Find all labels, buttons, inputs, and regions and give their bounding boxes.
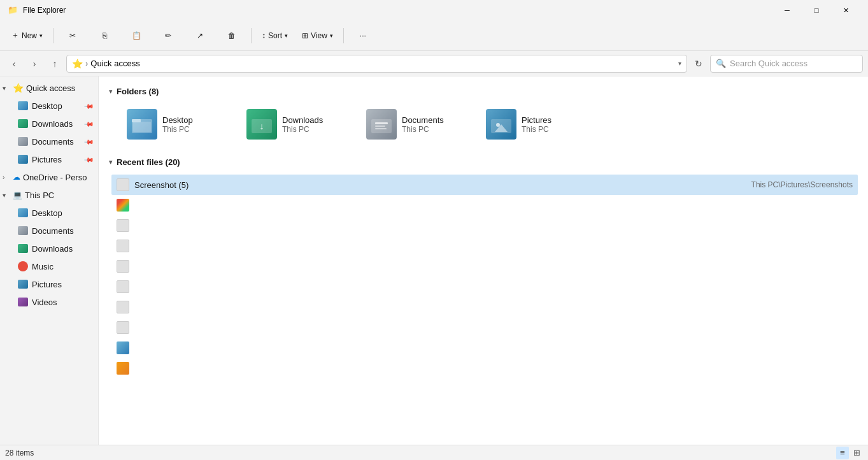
main-area: ▾ ⭐ Quick access Desktop 📌 Downloads 📌 D… bbox=[0, 76, 868, 445]
recent-item-6[interactable] bbox=[111, 297, 858, 317]
folder-desktop[interactable]: Desktop This PC bbox=[119, 104, 234, 145]
close-button[interactable]: ✕ bbox=[831, 0, 860, 20]
folder-documents-icon bbox=[366, 109, 397, 140]
thispc-music-icon bbox=[18, 261, 28, 271]
rename-icon: ✏ bbox=[165, 31, 171, 40]
recent-item-2[interactable] bbox=[111, 215, 858, 236]
recent-item-1[interactable] bbox=[111, 195, 858, 215]
sep-1 bbox=[53, 28, 53, 43]
cut-button[interactable]: ✂ bbox=[57, 23, 88, 48]
up-button[interactable]: ↑ bbox=[46, 55, 64, 73]
recent-item-8[interactable] bbox=[111, 338, 858, 358]
file-icon-7 bbox=[117, 321, 129, 334]
folders-section-header[interactable]: ▾ Folders (8) bbox=[109, 87, 858, 96]
share-button[interactable]: ↗ bbox=[185, 23, 215, 48]
search-icon: 🔍 bbox=[716, 59, 726, 68]
sep-2 bbox=[251, 28, 252, 43]
sidebar: ▾ ⭐ Quick access Desktop 📌 Downloads 📌 D… bbox=[0, 76, 99, 445]
sidebar-thispc-desktop-label: Desktop bbox=[32, 208, 62, 218]
recent-item-3[interactable] bbox=[111, 236, 858, 256]
folder-downloads-sub: This PC bbox=[282, 125, 323, 134]
folders-section-title: Folders (8) bbox=[117, 87, 159, 96]
list-view-button[interactable]: ≡ bbox=[836, 447, 849, 459]
sidebar-thispc-music[interactable]: Music bbox=[0, 257, 98, 275]
folders-expand-icon: ▾ bbox=[109, 87, 113, 96]
more-button[interactable]: ··· bbox=[348, 23, 378, 48]
sidebar-thispc-desktop[interactable]: Desktop bbox=[0, 204, 98, 222]
recent-item-4[interactable] bbox=[111, 256, 858, 277]
sidebar-thispc-documents-label: Documents bbox=[32, 226, 74, 236]
folder-desktop-sub: This PC bbox=[162, 125, 193, 134]
recent-name-0: Screenshot (5) bbox=[134, 180, 720, 190]
sidebar-thispc-pictures-label: Pictures bbox=[32, 280, 62, 289]
recent-item-7[interactable] bbox=[111, 317, 858, 338]
folders-grid: Desktop This PC ↓ Downloads This PC bbox=[109, 104, 858, 145]
folder-documents-sub: This PC bbox=[402, 125, 444, 134]
thispc-documents-icon bbox=[18, 226, 28, 235]
address-path[interactable]: ⭐ › Quick access ▾ bbox=[66, 55, 687, 73]
pin-icon-2: 📌 bbox=[84, 119, 94, 129]
folder-pictures-icon bbox=[486, 109, 516, 140]
recent-path-0: This PC\Pictures\Screenshots bbox=[725, 180, 853, 189]
minimize-button[interactable]: ─ bbox=[772, 0, 802, 20]
sort-label: Sort bbox=[268, 31, 282, 40]
sidebar-thispc-documents[interactable]: Documents bbox=[0, 222, 98, 240]
new-icon: ＋ bbox=[11, 30, 19, 41]
sidebar-thispc-videos[interactable]: Videos bbox=[0, 293, 98, 311]
sidebar-item-pictures[interactable]: Pictures 📌 bbox=[0, 150, 98, 168]
cut-icon: ✂ bbox=[69, 31, 76, 40]
copy-button[interactable]: ⎘ bbox=[89, 23, 120, 48]
thispc-pictures-icon bbox=[18, 280, 28, 289]
paste-button[interactable]: 📋 bbox=[121, 23, 152, 48]
maximize-button[interactable]: □ bbox=[802, 0, 831, 20]
thispc-icon: 💻 bbox=[13, 190, 22, 199]
sidebar-group-onedrive[interactable]: › ☁ OneDrive - Perso bbox=[0, 168, 98, 186]
sort-button[interactable]: ↕ Sort ▾ bbox=[255, 23, 294, 48]
view-button[interactable]: ⊞ View ▾ bbox=[295, 23, 339, 48]
new-dropdown-icon: ▾ bbox=[39, 32, 43, 39]
search-box[interactable]: 🔍 Search Quick access bbox=[710, 55, 863, 73]
folder-documents[interactable]: Documents This PC bbox=[359, 104, 473, 145]
grid-view-button[interactable]: ⊞ bbox=[850, 447, 863, 459]
folder-desktop-info: Desktop This PC bbox=[162, 115, 193, 134]
copy-icon: ⎘ bbox=[103, 31, 107, 40]
recent-item-0[interactable]: Screenshot (5) This PC\Pictures\Screensh… bbox=[111, 175, 858, 195]
sidebar-item-downloads[interactable]: Downloads 📌 bbox=[0, 115, 98, 133]
desktop-folder-icon bbox=[18, 101, 28, 110]
documents-folder-icon bbox=[18, 137, 28, 146]
delete-button[interactable]: 🗑 bbox=[217, 23, 247, 48]
sidebar-thispc-pictures[interactable]: Pictures bbox=[0, 275, 98, 293]
pin-icon: 📌 bbox=[84, 101, 94, 111]
refresh-button[interactable]: ↻ bbox=[690, 55, 708, 73]
recent-item-5[interactable] bbox=[111, 277, 858, 297]
folder-downloads[interactable]: ↓ Downloads This PC bbox=[239, 104, 353, 145]
view-dropdown-icon: ▾ bbox=[330, 32, 333, 39]
back-button[interactable]: ‹ bbox=[5, 55, 23, 73]
folder-pictures[interactable]: Pictures This PC bbox=[478, 104, 593, 145]
file-icon-0 bbox=[117, 178, 129, 191]
status-bar: 28 items ≡ ⊞ bbox=[0, 445, 868, 460]
svg-point-10 bbox=[496, 123, 500, 127]
sidebar-thispc-downloads[interactable]: Downloads bbox=[0, 240, 98, 257]
svg-text:↓: ↓ bbox=[260, 121, 264, 131]
file-icon-1 bbox=[117, 199, 129, 212]
forward-button[interactable]: › bbox=[25, 55, 43, 73]
sidebar-item-documents[interactable]: Documents 📌 bbox=[0, 133, 98, 150]
recent-section-header[interactable]: ▾ Recent files (20) bbox=[109, 157, 858, 167]
sidebar-thispc-label: This PC bbox=[25, 190, 54, 200]
new-button[interactable]: ＋ New ▾ bbox=[5, 23, 49, 48]
onedrive-icon: ☁ bbox=[13, 173, 20, 182]
svg-rect-8 bbox=[375, 128, 387, 129]
recent-item-9[interactable] bbox=[111, 358, 858, 378]
window-controls: ─ □ ✕ bbox=[772, 0, 860, 20]
sidebar-group-quick-access[interactable]: ▾ ⭐ Quick access bbox=[0, 79, 98, 97]
title-bar-left: 📁 File Explorer bbox=[8, 5, 66, 15]
view-buttons: ≡ ⊞ bbox=[836, 447, 863, 459]
recent-expand-icon: ▾ bbox=[109, 158, 113, 166]
rename-button[interactable]: ✏ bbox=[153, 23, 183, 48]
pictures-folder-icon bbox=[18, 155, 28, 164]
sidebar-item-desktop[interactable]: Desktop 📌 bbox=[0, 97, 98, 115]
sidebar-group-thispc[interactable]: ▾ 💻 This PC bbox=[0, 186, 98, 204]
thispc-videos-icon bbox=[18, 298, 28, 306]
sidebar-quick-access-label: Quick access bbox=[26, 83, 75, 93]
